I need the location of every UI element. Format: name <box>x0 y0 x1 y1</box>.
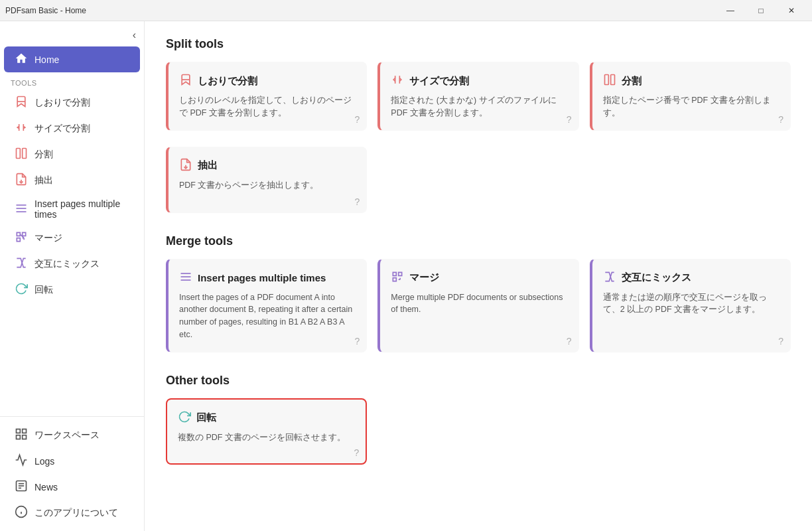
split-icon <box>15 147 28 162</box>
tool-card-bookmark-split[interactable]: しおりで分割 しおりのレベルを指定して、しおりのページで PDF 文書を分割しま… <box>166 62 367 131</box>
app-title: PDFsam Basic - Home <box>5 6 86 15</box>
card-rotate-icon <box>178 410 191 426</box>
card-header: 回転 <box>178 410 355 426</box>
sidebar-item-insert-pages[interactable]: Insert pages multiple times <box>4 193 140 225</box>
sidebar-item-about[interactable]: このアプリについて <box>4 500 140 526</box>
card-header: 分割 <box>603 73 779 89</box>
card-header: しおりで分割 <box>179 73 356 89</box>
svg-rect-4 <box>23 149 27 159</box>
card-header: マージ <box>391 270 567 286</box>
insert-pages-icon <box>15 202 28 217</box>
help-icon[interactable]: ? <box>778 336 783 346</box>
tool-card-split[interactable]: 分割 指定したページ番号で PDF 文書を分割します。 ? <box>590 62 791 131</box>
mix-icon <box>15 256 28 271</box>
card-header: Insert pages multiple times <box>179 270 356 286</box>
sidebar: ‹ Home TOOLS しおりで分割 <box>0 21 145 531</box>
sidebar-item-merge[interactable]: マージ <box>4 225 140 251</box>
sidebar-item-rotate[interactable]: 回転 <box>4 277 140 303</box>
rotate-icon <box>15 282 28 297</box>
other-tools-grid: 回転 複数の PDF 文書のページを回転させます。 ? <box>166 398 791 465</box>
info-icon <box>15 505 28 520</box>
help-icon[interactable]: ? <box>567 336 572 346</box>
sidebar-merge-label: マージ <box>34 232 62 244</box>
svg-rect-24 <box>610 75 614 85</box>
tool-card-insert-pages[interactable]: Insert pages multiple times Insert the p… <box>166 259 367 352</box>
card-title: マージ <box>409 271 439 284</box>
sidebar-item-news[interactable]: News <box>4 474 140 500</box>
collapse-section: ‹ <box>0 27 144 46</box>
merge-tools-grid: Insert pages multiple times Insert the p… <box>166 259 791 352</box>
card-desc: 指定したページ番号で PDF 文書を分割します。 <box>603 94 779 119</box>
merge-section-title: Merge tools <box>166 234 791 248</box>
tools-section-label: TOOLS <box>0 72 144 90</box>
tool-card-rotate[interactable]: 回転 複数の PDF 文書のページを回転させます。 ? <box>166 398 367 465</box>
tool-card-mix[interactable]: 交互にミックス 通常または逆の順序で交互にページを取って、2 以上の PDF 文… <box>590 259 791 352</box>
svg-rect-11 <box>17 435 21 439</box>
sidebar-bookmark-split-label: しおりで分割 <box>34 97 90 109</box>
help-icon[interactable]: ? <box>567 114 572 125</box>
card-merge-icon <box>391 270 404 286</box>
help-icon[interactable]: ? <box>778 114 783 125</box>
sidebar-workspace-label: ワークスペース <box>34 429 100 441</box>
card-bookmark-split-icon <box>179 73 192 89</box>
svg-rect-9 <box>17 429 21 433</box>
close-button[interactable]: ✕ <box>776 0 807 21</box>
sidebar-extract-label: 抽出 <box>34 175 53 187</box>
tool-card-size-split[interactable]: サイズで分割 指定された (大まかな) サイズのファイルに PDF 文書を分割し… <box>377 62 578 131</box>
size-split-icon <box>15 121 28 136</box>
title-bar: PDFsam Basic - Home — □ ✕ <box>0 0 812 21</box>
card-mix-icon <box>603 270 616 286</box>
sidebar-item-split[interactable]: 分割 <box>4 141 140 167</box>
svg-rect-23 <box>604 75 608 85</box>
sidebar-item-mix[interactable]: 交互にミックス <box>4 251 140 277</box>
maximize-button[interactable]: □ <box>746 0 776 21</box>
tool-card-merge[interactable]: マージ Merge multiple PDF documents or subs… <box>377 259 578 352</box>
tool-card-extract[interactable]: 抽出 PDF 文書からページを抽出します。 ? <box>166 147 367 213</box>
sidebar-item-logs[interactable]: Logs <box>4 448 140 474</box>
logs-icon <box>15 453 28 469</box>
window-controls: — □ ✕ <box>715 0 807 21</box>
sidebar-item-home[interactable]: Home <box>4 46 140 72</box>
card-header: 抽出 <box>179 158 356 174</box>
extract-icon <box>15 173 28 188</box>
sidebar-item-workspace[interactable]: ワークスペース <box>4 422 140 448</box>
workspace-icon <box>15 427 28 443</box>
merge-icon <box>15 230 28 246</box>
card-title: Insert pages multiple times <box>198 272 326 283</box>
card-size-split-icon <box>391 73 404 89</box>
card-desc: しおりのレベルを指定して、しおりのページで PDF 文書を分割します。 <box>179 94 356 119</box>
help-icon[interactable]: ? <box>355 336 360 346</box>
help-icon[interactable]: ? <box>355 114 360 125</box>
card-title: しおりで分割 <box>198 75 257 88</box>
main-content: Split tools しおりで分割 しおりのレベルを指定して、しおりのページで… <box>145 21 812 531</box>
card-title: 抽出 <box>198 159 218 172</box>
sidebar-split-label: 分割 <box>34 149 53 161</box>
card-split-icon <box>603 73 616 89</box>
sidebar-logs-label: Logs <box>34 456 54 467</box>
svg-rect-12 <box>23 435 27 439</box>
collapse-button[interactable]: ‹ <box>133 29 136 41</box>
card-title: 交互にミックス <box>622 271 691 284</box>
sidebar-rotate-label: 回転 <box>34 284 53 296</box>
minimize-button[interactable]: — <box>715 0 746 21</box>
sidebar-item-extract[interactable]: 抽出 <box>4 167 140 193</box>
help-icon[interactable]: ? <box>354 447 360 458</box>
split-section-title: Split tools <box>166 37 791 51</box>
sidebar-item-size-split[interactable]: サイズで分割 <box>4 115 140 141</box>
sidebar-bottom: ワークスペース Logs <box>0 416 144 526</box>
card-desc: Merge multiple PDF documents or subsecti… <box>391 291 567 317</box>
sidebar-item-bookmark-split[interactable]: しおりで分割 <box>4 90 140 115</box>
split-tools-grid: しおりで分割 しおりのレベルを指定して、しおりのページで PDF 文書を分割しま… <box>166 62 791 131</box>
card-title: 分割 <box>622 75 642 88</box>
sidebar-news-label: News <box>34 482 58 493</box>
home-icon <box>15 52 28 67</box>
split-tools-row2: 抽出 PDF 文書からページを抽出します。 ? <box>166 147 791 213</box>
app-body: ‹ Home TOOLS しおりで分割 <box>0 21 812 531</box>
sidebar-home-label: Home <box>34 54 59 65</box>
card-desc: 指定された (大まかな) サイズのファイルに PDF 文書を分割します。 <box>391 94 567 119</box>
other-section-title: Other tools <box>166 374 791 388</box>
bookmark-split-icon <box>15 95 28 110</box>
card-desc: PDF 文書からページを抽出します。 <box>179 179 356 192</box>
help-icon[interactable]: ? <box>355 196 360 207</box>
news-icon <box>15 479 28 494</box>
